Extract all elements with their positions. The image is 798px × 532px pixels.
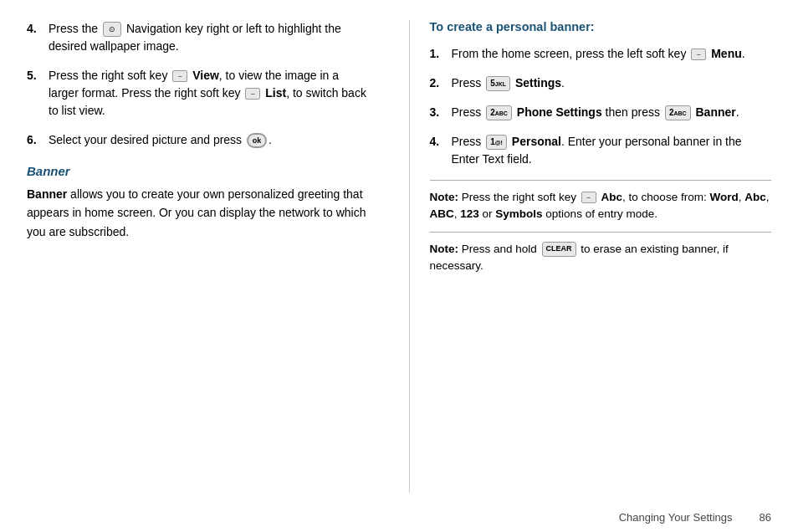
nav-key-icon: ⊙ <box>103 22 121 37</box>
soft-key-icon: – <box>245 88 260 100</box>
clear-key-icon: CLEAR <box>542 242 576 257</box>
ok-key-icon: ok <box>247 133 267 148</box>
right-heading: To create a personal banner: <box>430 20 772 33</box>
key-2b-icon: 2ABC <box>665 105 691 120</box>
step-number: 6. <box>27 131 43 149</box>
key-2-icon: 2ABC <box>486 105 512 120</box>
soft-key-icon: – <box>691 49 706 60</box>
step-text: Press the ⊙ Navigation key right or left… <box>49 20 369 55</box>
footer-page-number: 86 <box>760 511 771 524</box>
right-steps: 1. From the home screen, press the left … <box>430 45 772 168</box>
list-item: 3. Press 2ABC Phone Settings then press … <box>430 104 772 121</box>
step-number: 5. <box>27 67 43 120</box>
soft-key-abc-icon: – <box>581 192 596 203</box>
banner-bold: Banner <box>27 187 67 201</box>
step-text: Select your desired picture and press ok… <box>49 131 369 149</box>
step-number: 2. <box>430 74 447 92</box>
step-text: Press the right soft key – View, to view… <box>49 67 369 120</box>
key-5-icon: 5JKL <box>486 76 510 91</box>
step-text: Press 5JKL Settings. <box>452 74 772 92</box>
key-1-icon: 1@! <box>486 135 507 150</box>
step-number: 3. <box>430 104 447 121</box>
soft-key-icon: – <box>172 70 187 82</box>
page: 4. Press the ⊙ Navigation key right or l… <box>0 0 798 532</box>
note-label-2: Note: <box>430 243 459 255</box>
left-steps: 4. Press the ⊙ Navigation key right or l… <box>27 20 369 149</box>
note-1: Note: Press the right soft key – Abc, to… <box>430 180 772 232</box>
step-text: From the home screen, press the left sof… <box>452 45 772 63</box>
list-item: 4. Press the ⊙ Navigation key right or l… <box>27 20 369 55</box>
content-area: 4. Press the ⊙ Navigation key right or l… <box>0 0 798 506</box>
list-item: 5. Press the right soft key – View, to v… <box>27 67 369 120</box>
right-column: To create a personal banner: 1. From the… <box>409 20 772 493</box>
step-number: 1. <box>430 45 447 63</box>
footer-label: Changing Your Settings <box>619 511 733 524</box>
section-body: Banner allows you to create your own per… <box>27 185 369 241</box>
list-item: 1. From the home screen, press the left … <box>430 45 772 63</box>
step-number: 4. <box>27 20 43 55</box>
notes-area: Note: Press the right soft key – Abc, to… <box>430 180 772 283</box>
list-item: 6. Select your desired picture and press… <box>27 131 369 149</box>
section-title: Banner <box>27 164 369 178</box>
list-item: 4. Press 1@! Personal. Enter your person… <box>430 133 772 168</box>
note-2: Note: Press and hold CLEAR to erase an e… <box>430 232 772 284</box>
step-text: Press 2ABC Phone Settings then press 2AB… <box>452 104 772 121</box>
step-text: Press 1@! Personal. Enter your personal … <box>452 133 772 168</box>
note-label-1: Note: <box>430 191 459 203</box>
step-number: 4. <box>430 133 447 168</box>
left-column: 4. Press the ⊙ Navigation key right or l… <box>27 20 382 493</box>
footer: Changing Your Settings 86 <box>0 506 798 532</box>
list-item: 2. Press 5JKL Settings. <box>430 74 772 92</box>
